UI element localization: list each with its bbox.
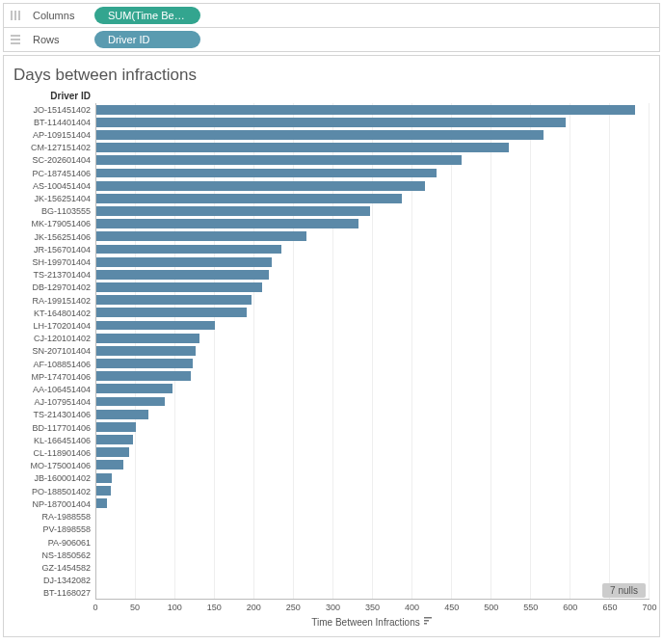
bar-row[interactable] [96,370,650,383]
bar[interactable] [96,169,437,178]
bar[interactable] [96,270,269,280]
rows-pill[interactable]: Driver ID [94,31,200,48]
bar[interactable] [96,295,252,305]
bar[interactable] [96,130,544,140]
bar-row[interactable] [96,420,650,433]
bar[interactable] [96,447,129,457]
bar-row[interactable] [96,548,650,560]
bar[interactable] [96,181,425,191]
bar[interactable] [96,282,262,292]
columns-pill[interactable]: SUM(Time Between I.. [94,7,200,24]
y-tick-label: JR-156701404 [13,243,95,255]
bar-row[interactable] [96,433,650,445]
bar-row[interactable] [96,357,650,369]
bar-row[interactable] [96,230,650,243]
bar[interactable] [96,105,635,115]
bar[interactable] [96,473,112,483]
bar-row[interactable] [96,471,650,484]
y-tick-label: AA-106451404 [13,383,95,395]
bar[interactable] [96,118,566,127]
bar[interactable] [96,359,193,368]
bar-row[interactable] [96,116,650,128]
bar[interactable] [96,435,133,444]
bar-row[interactable] [96,307,650,319]
y-tick-label: SC-202601404 [13,154,95,167]
bar-row[interactable] [96,344,650,357]
bar[interactable] [96,245,281,255]
bar-row[interactable] [96,446,650,459]
bar-row[interactable] [96,167,650,179]
bar[interactable] [96,334,199,343]
bar-row[interactable] [96,319,650,332]
bar[interactable] [96,194,402,203]
bar-row[interactable] [96,573,650,585]
x-tick-label: 250 [286,603,301,612]
bar-row[interactable] [96,560,650,573]
bar[interactable] [96,384,172,393]
bar[interactable] [96,231,306,241]
bar[interactable] [96,155,462,165]
bar[interactable] [96,397,165,407]
nulls-indicator[interactable]: 7 nulls [602,583,646,598]
bar-row[interactable] [96,142,650,154]
x-tick-label: 150 [207,603,222,612]
bar-row[interactable] [96,510,650,523]
bar[interactable] [96,410,148,419]
bar-row[interactable] [96,484,650,496]
bar[interactable] [96,346,196,356]
bar-row[interactable] [96,268,650,281]
bar[interactable] [96,257,272,267]
bar-row[interactable] [96,408,650,420]
y-tick-label: JO-151451402 [13,103,95,116]
y-tick-label: JK-156251406 [13,230,95,243]
bar[interactable] [96,308,247,317]
y-tick-label: LH-170201404 [13,319,95,332]
y-tick-label: CJ-120101402 [13,333,95,345]
bar[interactable] [96,206,370,216]
sort-descending-icon [424,616,434,628]
bar[interactable] [96,422,136,432]
bar-row[interactable] [96,523,650,535]
bar-row[interactable] [96,332,650,344]
bar-row[interactable] [96,103,650,116]
plot-area: JO-151451402BT-114401404AP-109151404CM-1… [13,103,650,600]
bar-row[interactable] [96,383,650,395]
bar-row[interactable] [96,281,650,293]
bar[interactable] [96,143,509,152]
bar-row[interactable] [96,459,650,471]
y-tick-label: KL-166451406 [13,434,95,446]
bar-row[interactable] [96,218,650,230]
rows-shelf[interactable]: Rows Driver ID [4,28,659,51]
bar[interactable] [96,219,358,228]
bar[interactable] [96,371,191,381]
y-tick-label: GZ-1454582 [13,561,95,574]
y-tick-label: JB-160001402 [13,472,95,485]
bar-row[interactable] [96,243,650,255]
bar-row[interactable] [96,496,650,509]
bar-row[interactable] [96,395,650,408]
y-tick-label: TS-214301406 [13,409,95,421]
bar[interactable] [96,321,215,331]
bar-row[interactable] [96,535,650,548]
y-tick-label: PC-187451406 [13,167,95,179]
bars-area[interactable] [95,103,650,600]
bar[interactable] [96,486,111,496]
bar-row[interactable] [96,294,650,307]
bar-row[interactable] [96,154,650,167]
y-tick-label: BD-117701406 [13,421,95,434]
bar-row[interactable] [96,179,650,192]
y-tick-label: AF-108851406 [13,358,95,370]
bar-row[interactable] [96,586,650,599]
columns-shelf[interactable]: Columns SUM(Time Between I.. [4,4,659,28]
bar[interactable] [96,460,123,470]
y-tick-label: CL-118901406 [13,446,95,459]
chart-title: Days between infractions [13,66,650,85]
bar-row[interactable] [96,128,650,141]
bar-row[interactable] [96,192,650,204]
y-tick-label: RA-1988558 [13,511,95,523]
x-axis-title: Time Between Infractions [95,616,650,628]
bar-row[interactable] [96,204,650,217]
y-tick-label: DB-129701402 [13,282,95,294]
bar[interactable] [96,498,107,508]
bar-row[interactable] [96,255,650,268]
